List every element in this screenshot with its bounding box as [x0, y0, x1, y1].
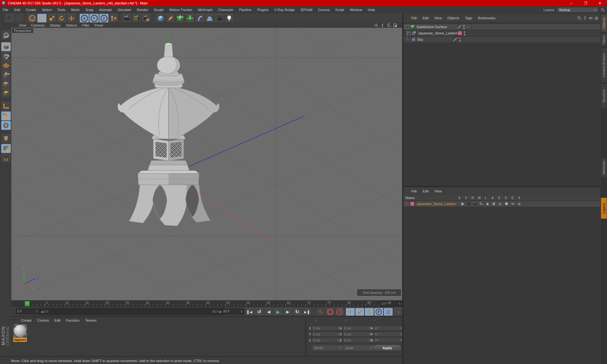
start-frame-spinner[interactable]: 0 F⇅: [16, 308, 40, 314]
polygons-mode-button[interactable]: [1, 88, 11, 98]
model-mode-button[interactable]: [1, 42, 11, 52]
column-header[interactable]: M: [476, 196, 482, 200]
autokeying-button[interactable]: [325, 308, 335, 316]
material-menu-item[interactable]: Corona: [34, 317, 52, 324]
viewport-menu-item[interactable]: Cameras: [29, 23, 47, 28]
column-header[interactable]: R: [469, 196, 476, 200]
object-row-subdivision-surface[interactable]: − Subdivision Surface ✓: [403, 24, 600, 30]
tab-structure[interactable]: Structure: [601, 84, 607, 108]
zoom-view-icon[interactable]: [380, 23, 385, 27]
menu-item[interactable]: Simulate: [115, 6, 134, 13]
size-y-field[interactable]: 0 cm⇅: [343, 331, 372, 337]
menu-item[interactable]: Mesh: [68, 6, 83, 13]
column-header[interactable]: G: [496, 196, 502, 200]
object-name[interactable]: Sky: [417, 38, 423, 41]
toolbar-grip[interactable]: [1, 14, 3, 21]
pos-x-field[interactable]: 0 cm⇅: [312, 325, 341, 331]
axis-mode-button[interactable]: [1, 102, 11, 111]
visibility-dots[interactable]: [459, 38, 461, 42]
next-frame-button[interactable]: ▶: [283, 308, 292, 316]
record-help-button[interactable]: ?: [335, 308, 344, 316]
view-toggle-icon[interactable]: [465, 202, 472, 206]
minimize-button[interactable]: ─: [564, 0, 579, 6]
menu-item[interactable]: MoGraph: [195, 6, 215, 13]
maximize-view-icon[interactable]: [393, 23, 397, 27]
lock-y-axis-button[interactable]: Y: [89, 14, 99, 23]
object-manager-menu-item[interactable]: Edit: [420, 15, 432, 21]
soft-selection-button[interactable]: [1, 121, 11, 130]
layout-dropdown[interactable]: Startup ▼: [557, 7, 598, 13]
record-rotation-button[interactable]: [365, 308, 374, 316]
collapse-icon[interactable]: −: [406, 25, 409, 29]
visibility-dots[interactable]: [463, 25, 465, 29]
bend-deformer-button[interactable]: [195, 14, 205, 23]
object-manager-menu-item[interactable]: Bookmarks: [475, 15, 498, 21]
layer-swatch-pink[interactable]: [458, 31, 462, 35]
animation-toggle-icon[interactable]: [491, 202, 497, 206]
pan-view-icon[interactable]: [374, 23, 378, 27]
manager-toggle-icon[interactable]: [478, 202, 484, 206]
object-row-japanese-stone-lantern[interactable]: + Japanese_Stone_Lantern: [403, 30, 600, 36]
layers-menu-item[interactable]: View: [432, 188, 445, 195]
deformers-toggle-icon[interactable]: [503, 202, 510, 206]
snapping-button[interactable]: [1, 144, 11, 153]
next-key-button[interactable]: ↻: [292, 308, 302, 316]
scale-tool-button[interactable]: [47, 14, 57, 23]
column-header[interactable]: S: [456, 196, 463, 200]
viewport-menu-item[interactable]: Options: [63, 23, 80, 28]
tab-objects[interactable]: Objects: [601, 15, 607, 32]
object-name[interactable]: Japanese_Stone_Lantern: [418, 31, 458, 35]
lock-toggle-icon[interactable]: [484, 202, 491, 206]
previous-key-button[interactable]: ↺: [254, 308, 264, 316]
menu-item[interactable]: Sculpt: [151, 6, 167, 13]
object-row-sky[interactable]: Sky: [403, 37, 600, 42]
record-keyframe-button[interactable]: [316, 308, 325, 316]
visibility-dots[interactable]: [464, 31, 465, 35]
add-view-icon[interactable]: ⊞: [595, 16, 598, 21]
eye-icon[interactable]: [588, 16, 593, 21]
pos-y-field[interactable]: 0 cm⇅: [312, 331, 341, 337]
last-tool-button[interactable]: [66, 14, 76, 23]
viewport-menu-item[interactable]: View: [16, 23, 29, 28]
primitive-cube-button[interactable]: [156, 14, 165, 23]
solo-toggle-icon[interactable]: [459, 202, 465, 206]
viewport-menu-item[interactable]: Display: [47, 23, 63, 28]
menu-item[interactable]: Edit: [11, 6, 23, 13]
expand-icon[interactable]: +: [407, 32, 411, 35]
material-name-label[interactable]: Japanes: [13, 338, 27, 342]
generators-toggle-icon[interactable]: [497, 202, 503, 206]
apply-button[interactable]: Apply: [374, 345, 401, 351]
maximize-button[interactable]: ❐: [579, 0, 593, 6]
object-manager-grip[interactable]: [405, 16, 408, 20]
rot-h-field[interactable]: 0 °⇅: [374, 325, 403, 331]
xref-toggle-icon[interactable]: [516, 202, 522, 206]
search-icon[interactable]: [600, 8, 605, 12]
tab-attributes[interactable]: Attributes: [601, 158, 607, 177]
layer-name[interactable]: Japanese_Stone_Lantern: [416, 202, 456, 206]
viewport-view-label[interactable]: Perspective: [12, 28, 33, 33]
viewport-grip[interactable]: [13, 24, 15, 27]
workplane-mode-button[interactable]: [1, 61, 11, 70]
transport-grip[interactable]: [12, 308, 15, 315]
floor-button[interactable]: [205, 14, 214, 23]
end-frame-spinner[interactable]: 90 F⇅: [222, 308, 244, 314]
menu-item[interactable]: Plugins: [254, 6, 271, 13]
undo-button[interactable]: ↶: [4, 14, 14, 23]
size-z-field[interactable]: 0 cm⇅: [343, 337, 372, 343]
coordinates-grip[interactable]: [308, 318, 311, 322]
layer-color-swatch[interactable]: [410, 202, 414, 206]
play-button[interactable]: ▶: [273, 308, 283, 316]
orbit-view-icon[interactable]: [387, 23, 391, 27]
tab-content-browser[interactable]: Content Browser: [601, 48, 607, 82]
quantizing-button[interactable]: [1, 153, 11, 163]
record-scale-button[interactable]: [355, 308, 365, 316]
lock-x-axis-button[interactable]: X: [79, 14, 89, 23]
name-column-header[interactable]: Name: [405, 196, 414, 200]
live-selection-button[interactable]: [27, 14, 37, 23]
subdivision-surface-button[interactable]: [175, 14, 185, 23]
record-parameter-button[interactable]: P: [374, 308, 383, 316]
spline-pen-button[interactable]: [165, 14, 175, 23]
column-header[interactable]: L: [482, 196, 489, 200]
keyframe-presets-button[interactable]: [394, 308, 403, 316]
object-manager-menu-item[interactable]: View: [432, 15, 445, 21]
